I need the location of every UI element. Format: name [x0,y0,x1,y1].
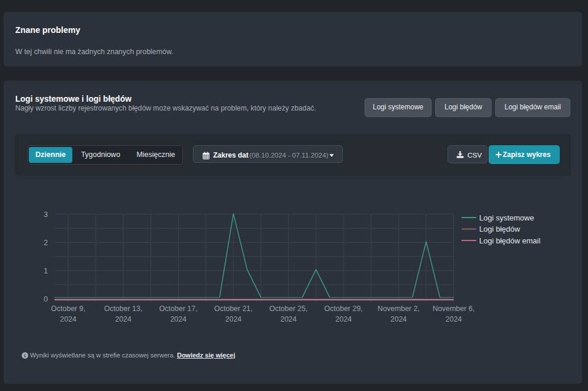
svg-text:October 17,: October 17, [159,305,198,313]
svg-text:October 25,: October 25, [269,305,308,313]
svg-text:2024: 2024 [335,315,352,323]
svg-text:0: 0 [44,295,48,303]
svg-text:3: 3 [44,210,48,219]
svg-text:Logi błędów: Logi błędów [479,225,520,233]
svg-text:1: 1 [44,266,48,275]
svg-text:2024: 2024 [115,315,132,323]
svg-text:Logi systemowe: Logi systemowe [479,213,534,222]
svg-text:2024: 2024 [60,315,76,323]
svg-text:2024: 2024 [280,315,297,323]
svg-text:2024: 2024 [390,315,407,323]
svg-text:2024: 2024 [225,315,242,323]
svg-text:November 2,: November 2, [377,305,420,313]
svg-text:2: 2 [44,238,48,247]
svg-text:Logi błędów email: Logi błędów email [479,236,540,245]
svg-text:October 13,: October 13, [104,305,142,313]
svg-text:November 6,: November 6, [433,305,475,313]
svg-text:2024: 2024 [446,315,462,323]
svg-text:October 9,: October 9, [51,305,85,313]
svg-text:2024: 2024 [170,315,186,323]
svg-text:October 21,: October 21, [214,305,252,313]
svg-text:October 29,: October 29, [325,305,363,313]
